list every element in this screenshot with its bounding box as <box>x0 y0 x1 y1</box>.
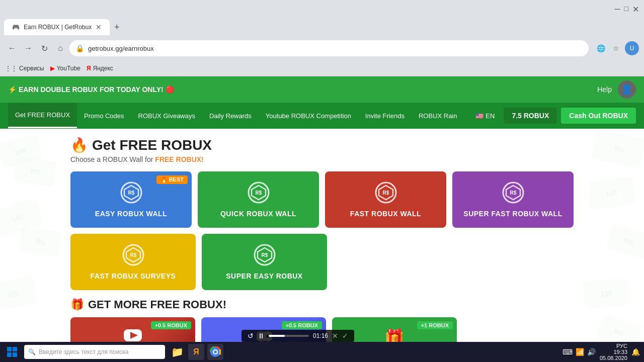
daily-bonus-badge: +1 ROBUX <box>417 321 453 329</box>
user-avatar[interactable]: 👤 <box>618 80 636 99</box>
more-section-title-text: GET MORE FREE ROBUX! <box>88 298 226 311</box>
media-pause-btn[interactable]: ⏸ <box>258 332 265 340</box>
wall-icon-3: R$ <box>502 182 524 206</box>
close-btn[interactable]: ✕ <box>632 5 639 14</box>
nav-item-daily-rewards[interactable]: Daily Rewards <box>202 104 259 128</box>
translate-icon[interactable]: 🌐 <box>595 42 607 54</box>
maximize-btn[interactable]: □ <box>624 5 628 14</box>
gift-icon: 🎁 <box>70 298 84 311</box>
robux-balance[interactable]: 7.5 ROBUX <box>504 108 557 124</box>
main-body: 100 RS 100 RS 100 RS 100 RS 100 RS 🔥 Get… <box>0 129 644 342</box>
svg-rect-22 <box>7 347 12 351</box>
wall-label-0: EASY ROBUX WALL <box>95 210 167 218</box>
section-title: 🔥 Get FREE ROBUX <box>70 137 574 153</box>
nav-item-promo-codes[interactable]: Promo Codes <box>77 104 131 128</box>
nav-item-invite-friends[interactable]: Invite Friends <box>358 104 412 128</box>
wall-fast-robux[interactable]: R$ FAST ROBUX WALL <box>325 171 446 228</box>
tab-close-btn[interactable]: ✕ <box>96 23 102 31</box>
bookmark-star-icon[interactable]: ☆ <box>610 42 622 54</box>
svg-text:R$: R$ <box>255 190 262 196</box>
notifications-icon[interactable]: 🔔 <box>631 348 640 356</box>
language-selector[interactable]: 🇺🇸 EN <box>470 112 500 120</box>
taskbar-app-yandex[interactable]: Я <box>188 344 204 360</box>
taskbar-right: ⌨ 📶 🔊 РУС 19:33 05.08.2020 🔔 <box>562 343 640 361</box>
wall-surveys[interactable]: R$ FAST ROBUX SURVEYS <box>70 234 196 290</box>
svg-rect-24 <box>7 352 12 357</box>
taskbar-system-icons: ⌨ 📶 🔊 <box>562 348 596 356</box>
youtube-icon: ▶ <box>50 65 55 72</box>
wall-quick-robux[interactable]: R$ QUICK ROBUX WALL <box>198 171 319 228</box>
section-subtitle: Choose a ROBUX Wall for FREE ROBUX! <box>70 155 574 163</box>
taskbar-lang: РУС <box>600 343 627 349</box>
profile-icon[interactable]: U <box>625 41 639 55</box>
discord-bonus-badge: +0.5 ROBUX <box>282 321 323 329</box>
tab-title: Earn ROBUX | GetRobux <box>24 24 92 31</box>
url-text: getrobux.gg/earnrobux <box>88 45 154 52</box>
daily-robux-icon: 🎁 <box>384 328 405 342</box>
wall-super-fast[interactable]: R$ SUPER FAST ROBUX WALL <box>452 171 574 228</box>
wall-icon-2: R$ <box>375 182 397 206</box>
nav-item-giveaways[interactable]: ROBUX Giveaways <box>131 104 202 128</box>
browser-chrome: ─ □ ✕ 🎮 Earn ROBUX | GetRobux ✕ + ← → ↻ … <box>0 0 644 76</box>
nav-item-youtube-competition[interactable]: Youtube ROBUX Competition <box>259 104 358 128</box>
nav-item-free-robux[interactable]: Get FREE ROBUX <box>8 103 77 128</box>
wall-label-2: FAST ROBUX WALL <box>350 210 421 218</box>
wall-label-3: SUPER FAST ROBUX WALL <box>463 210 562 218</box>
flag-icon: 🇺🇸 <box>475 112 484 120</box>
wall-super-easy[interactable]: R$ SUPER EASY ROBUX <box>202 234 327 290</box>
nav-item-robux-rain[interactable]: ROBUX Rain <box>412 104 464 128</box>
minimize-btn[interactable]: ─ <box>614 5 620 14</box>
wall-label-4: FAST ROBUX SURVEYS <box>91 272 176 280</box>
yandex-icon: Я <box>87 65 91 72</box>
address-bar[interactable]: 🔒 getrobux.gg/earnrobux <box>69 40 589 56</box>
youtube-bonus-badge: +0.5 ROBUX <box>151 321 192 329</box>
refresh-btn[interactable]: ↻ <box>37 41 51 55</box>
media-progress-bar[interactable] <box>269 335 309 337</box>
taskbar-app-chrome[interactable] <box>207 344 223 360</box>
start-btn[interactable] <box>4 344 20 360</box>
walls-grid: 🔥 BEST R$ EASY ROBUX WALL <box>70 171 574 228</box>
taskbar-volume-icon[interactable]: 🔊 <box>587 348 596 356</box>
browser-controls: ← → ↻ ⌂ 🔒 getrobux.gg/earnrobux 🌐 ☆ U <box>0 36 644 60</box>
forward-btn[interactable]: → <box>21 41 35 55</box>
taskbar-search[interactable]: 🔍 Введите здесь текст для поиска <box>24 345 165 359</box>
back-btn[interactable]: ← <box>5 41 19 55</box>
home-btn[interactable]: ⌂ <box>53 41 67 55</box>
help-link[interactable]: Help <box>597 85 612 94</box>
bookmark-services[interactable]: ⋮⋮ Сервисы <box>5 65 44 72</box>
cash-out-btn[interactable]: Cash Out ROBUX <box>561 108 636 124</box>
bonus-youtube[interactable]: +0.5 ROBUX Subscribe to YouTube <box>70 317 195 342</box>
media-close-btn[interactable]: ✕ <box>332 332 338 340</box>
title-bar: ─ □ ✕ <box>0 0 644 18</box>
taskbar-apps: 📁 Я <box>169 344 223 360</box>
bookmarks-bar: ⋮⋮ Сервисы ▶ YouTube Я Яндекс <box>0 60 644 76</box>
svg-text:R$: R$ <box>382 190 389 196</box>
media-confirm-btn[interactable]: ✓ <box>342 332 348 340</box>
media-bar: ↺ ⏸ 01:16 ✕ ✓ <box>242 330 354 342</box>
svg-rect-23 <box>13 347 17 351</box>
more-section-title: 🎁 GET MORE FREE ROBUX! <box>70 298 574 311</box>
wall-easy-robux[interactable]: 🔥 BEST R$ EASY ROBUX WALL <box>70 171 192 228</box>
tab-bar: 🎮 Earn ROBUX | GetRobux ✕ + <box>0 18 644 36</box>
active-tab[interactable]: 🎮 Earn ROBUX | GetRobux ✕ <box>4 19 110 35</box>
taskbar: 🔍 Введите здесь текст для поиска 📁 Я ⌨ 📶 <box>0 342 644 362</box>
bookmark-yandex[interactable]: Я Яндекс <box>87 65 113 72</box>
media-rewind-btn[interactable]: ↺ <box>248 332 254 340</box>
taskbar-keyboard-icon[interactable]: ⌨ <box>562 348 573 356</box>
bookmark-youtube[interactable]: ▶ YouTube <box>50 65 80 72</box>
new-tab-btn[interactable]: + <box>110 20 124 34</box>
tab-favicon: 🎮 <box>12 24 20 31</box>
svg-rect-25 <box>13 352 17 357</box>
wall-icon-5: R$ <box>254 244 276 268</box>
wall-label-1: QUICK ROBUX WALL <box>220 210 296 218</box>
svg-text:R$: R$ <box>130 252 136 258</box>
taskbar-app-files[interactable]: 📁 <box>169 344 185 360</box>
page-content: ⚡ EARN DOUBLE ROBUX FOR TODAY ONLY! 🔴 He… <box>0 76 644 342</box>
media-time: 01:16 <box>313 332 328 339</box>
taskbar-network-icon[interactable]: 📶 <box>576 348 584 356</box>
wall-icon-0: R$ <box>120 182 142 206</box>
taskbar-clock[interactable]: РУС 19:33 05.08.2020 <box>600 343 627 361</box>
announcement-text: ⚡ EARN DOUBLE ROBUX FOR TODAY ONLY! 🔴 <box>8 85 174 94</box>
bookmark-yandex-label: Яндекс <box>93 65 113 72</box>
free-robux-link[interactable]: FREE ROBUX! <box>155 155 203 163</box>
